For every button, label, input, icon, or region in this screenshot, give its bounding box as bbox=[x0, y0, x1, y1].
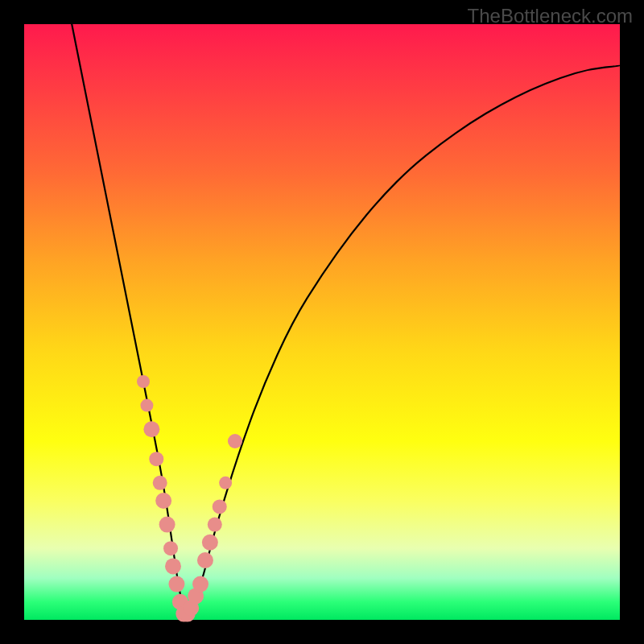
marker-dot bbox=[155, 493, 171, 509]
marker-dot bbox=[202, 535, 218, 551]
marker-dot bbox=[153, 476, 167, 490]
watermark: TheBottleneck.com bbox=[468, 5, 633, 27]
marker-group bbox=[137, 375, 242, 622]
marker-dot bbox=[192, 576, 208, 592]
marker-dot bbox=[219, 477, 232, 489]
marker-dot bbox=[163, 541, 178, 555]
marker-dot bbox=[168, 576, 184, 592]
marker-dot bbox=[140, 399, 153, 412]
marker-dot bbox=[228, 434, 242, 448]
marker-dot bbox=[213, 499, 227, 514]
chart-svg bbox=[24, 24, 620, 620]
bottleneck-curve bbox=[72, 24, 620, 614]
marker-dot bbox=[143, 421, 159, 437]
marker-dot bbox=[165, 558, 181, 574]
marker-dot bbox=[137, 375, 150, 388]
marker-dot bbox=[197, 552, 213, 568]
marker-dot bbox=[208, 518, 222, 532]
marker-dot bbox=[159, 517, 175, 533]
marker-dot bbox=[149, 452, 163, 466]
plot-area bbox=[24, 24, 620, 620]
